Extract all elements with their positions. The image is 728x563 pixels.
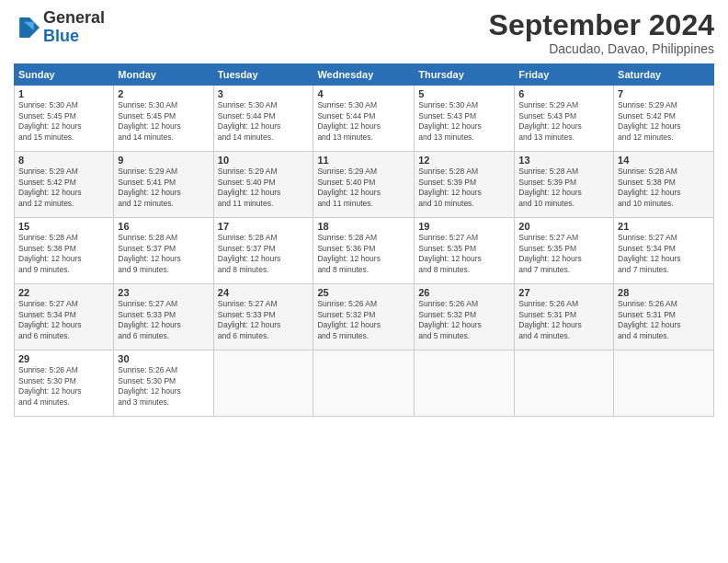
- day-info: Sunrise: 5:27 AM Sunset: 5:35 PM Dayligh…: [418, 233, 510, 275]
- table-row: 10Sunrise: 5:29 AM Sunset: 5:40 PM Dayli…: [213, 152, 313, 218]
- calendar-week-row: 1Sunrise: 5:30 AM Sunset: 5:45 PM Daylig…: [15, 86, 714, 152]
- day-info: Sunrise: 5:28 AM Sunset: 5:38 PM Dayligh…: [18, 233, 109, 275]
- day-number: 9: [118, 155, 209, 166]
- day-info: Sunrise: 5:29 AM Sunset: 5:42 PM Dayligh…: [18, 167, 109, 209]
- day-number: 18: [317, 221, 410, 232]
- logo: General Blue: [14, 9, 105, 46]
- table-row: 29Sunrise: 5:26 AM Sunset: 5:30 PM Dayli…: [15, 350, 114, 417]
- day-info: Sunrise: 5:26 AM Sunset: 5:30 PM Dayligh…: [18, 365, 109, 408]
- table-row: 16Sunrise: 5:28 AM Sunset: 5:37 PM Dayli…: [114, 218, 213, 284]
- day-number: 29: [18, 353, 109, 364]
- day-info: Sunrise: 5:27 AM Sunset: 5:33 PM Dayligh…: [218, 299, 310, 341]
- header-thursday: Thursday: [415, 64, 515, 86]
- table-row: [313, 350, 415, 417]
- table-row: 1Sunrise: 5:30 AM Sunset: 5:45 PM Daylig…: [15, 86, 114, 152]
- logo-icon: [14, 15, 40, 40]
- location-title: Dacudao, Davao, Philippines: [489, 41, 714, 56]
- header: General Blue September 2024 Dacudao, Dav…: [14, 9, 714, 56]
- day-info: Sunrise: 5:30 AM Sunset: 5:45 PM Dayligh…: [118, 100, 209, 143]
- table-row: [213, 350, 313, 417]
- calendar-week-row: 22Sunrise: 5:27 AM Sunset: 5:34 PM Dayli…: [15, 284, 714, 350]
- calendar-table: Sunday Monday Tuesday Wednesday Thursday…: [14, 63, 714, 417]
- day-info: Sunrise: 5:27 AM Sunset: 5:35 PM Dayligh…: [518, 233, 609, 275]
- header-tuesday: Tuesday: [213, 64, 313, 86]
- day-number: 19: [418, 221, 510, 232]
- day-info: Sunrise: 5:30 AM Sunset: 5:43 PM Dayligh…: [418, 100, 510, 143]
- day-number: 27: [518, 287, 609, 298]
- day-info: Sunrise: 5:29 AM Sunset: 5:43 PM Dayligh…: [518, 100, 609, 143]
- day-info: Sunrise: 5:30 AM Sunset: 5:45 PM Dayligh…: [18, 100, 109, 143]
- month-title: September 2024: [489, 9, 714, 41]
- header-saturday: Saturday: [614, 64, 714, 86]
- day-number: 15: [18, 221, 109, 232]
- table-row: 27Sunrise: 5:26 AM Sunset: 5:31 PM Dayli…: [515, 284, 614, 350]
- day-number: 10: [218, 155, 310, 166]
- calendar-week-row: 15Sunrise: 5:28 AM Sunset: 5:38 PM Dayli…: [15, 218, 714, 284]
- table-row: 12Sunrise: 5:28 AM Sunset: 5:39 PM Dayli…: [415, 152, 515, 218]
- day-info: Sunrise: 5:29 AM Sunset: 5:40 PM Dayligh…: [317, 167, 410, 209]
- day-info: Sunrise: 5:27 AM Sunset: 5:34 PM Dayligh…: [618, 233, 710, 275]
- table-row: [614, 350, 714, 417]
- table-row: 7Sunrise: 5:29 AM Sunset: 5:42 PM Daylig…: [614, 86, 714, 152]
- day-info: Sunrise: 5:28 AM Sunset: 5:36 PM Dayligh…: [317, 233, 410, 275]
- table-row: 30Sunrise: 5:26 AM Sunset: 5:30 PM Dayli…: [114, 350, 213, 417]
- day-info: Sunrise: 5:28 AM Sunset: 5:39 PM Dayligh…: [418, 167, 510, 209]
- day-info: Sunrise: 5:28 AM Sunset: 5:37 PM Dayligh…: [218, 233, 310, 275]
- table-row: 25Sunrise: 5:26 AM Sunset: 5:32 PM Dayli…: [313, 284, 415, 350]
- page: General Blue September 2024 Dacudao, Dav…: [0, 0, 728, 563]
- table-row: 8Sunrise: 5:29 AM Sunset: 5:42 PM Daylig…: [15, 152, 114, 218]
- table-row: 23Sunrise: 5:27 AM Sunset: 5:33 PM Dayli…: [114, 284, 213, 350]
- day-number: 24: [218, 287, 310, 298]
- day-number: 12: [418, 155, 510, 166]
- day-number: 14: [618, 155, 710, 166]
- day-info: Sunrise: 5:28 AM Sunset: 5:37 PM Dayligh…: [118, 233, 209, 275]
- day-info: Sunrise: 5:28 AM Sunset: 5:38 PM Dayligh…: [618, 167, 710, 209]
- header-friday: Friday: [515, 64, 614, 86]
- table-row: 9Sunrise: 5:29 AM Sunset: 5:41 PM Daylig…: [114, 152, 213, 218]
- day-number: 25: [317, 287, 410, 298]
- logo-text: General Blue: [43, 9, 105, 46]
- table-row: 24Sunrise: 5:27 AM Sunset: 5:33 PM Dayli…: [213, 284, 313, 350]
- day-info: Sunrise: 5:26 AM Sunset: 5:32 PM Dayligh…: [317, 299, 410, 341]
- day-number: 30: [118, 353, 209, 364]
- day-info: Sunrise: 5:29 AM Sunset: 5:41 PM Dayligh…: [118, 167, 209, 209]
- title-section: September 2024 Dacudao, Davao, Philippin…: [489, 9, 714, 56]
- day-info: Sunrise: 5:30 AM Sunset: 5:44 PM Dayligh…: [218, 100, 310, 143]
- header-monday: Monday: [114, 64, 213, 86]
- day-info: Sunrise: 5:30 AM Sunset: 5:44 PM Dayligh…: [317, 100, 410, 143]
- day-number: 21: [618, 221, 710, 232]
- day-info: Sunrise: 5:26 AM Sunset: 5:31 PM Dayligh…: [518, 299, 609, 341]
- day-number: 20: [518, 221, 609, 232]
- day-number: 23: [118, 287, 209, 298]
- day-info: Sunrise: 5:26 AM Sunset: 5:32 PM Dayligh…: [418, 299, 510, 341]
- day-info: Sunrise: 5:27 AM Sunset: 5:33 PM Dayligh…: [118, 299, 209, 341]
- day-number: 13: [518, 155, 609, 166]
- logo-line2: Blue: [43, 28, 105, 46]
- day-number: 2: [118, 88, 209, 99]
- day-number: 7: [618, 88, 710, 99]
- table-row: 15Sunrise: 5:28 AM Sunset: 5:38 PM Dayli…: [15, 218, 114, 284]
- table-row: 3Sunrise: 5:30 AM Sunset: 5:44 PM Daylig…: [213, 86, 313, 152]
- table-row: 5Sunrise: 5:30 AM Sunset: 5:43 PM Daylig…: [415, 86, 515, 152]
- table-row: 18Sunrise: 5:28 AM Sunset: 5:36 PM Dayli…: [313, 218, 415, 284]
- table-row: 13Sunrise: 5:28 AM Sunset: 5:39 PM Dayli…: [515, 152, 614, 218]
- day-number: 16: [118, 221, 209, 232]
- day-number: 3: [218, 88, 310, 99]
- table-row: [415, 350, 515, 417]
- day-number: 17: [218, 221, 310, 232]
- calendar-week-row: 8Sunrise: 5:29 AM Sunset: 5:42 PM Daylig…: [15, 152, 714, 218]
- table-row: 20Sunrise: 5:27 AM Sunset: 5:35 PM Dayli…: [515, 218, 614, 284]
- day-number: 5: [418, 88, 510, 99]
- table-row: 4Sunrise: 5:30 AM Sunset: 5:44 PM Daylig…: [313, 86, 415, 152]
- table-row: 17Sunrise: 5:28 AM Sunset: 5:37 PM Dayli…: [213, 218, 313, 284]
- svg-marker-1: [19, 17, 29, 38]
- table-row: 28Sunrise: 5:26 AM Sunset: 5:31 PM Dayli…: [614, 284, 714, 350]
- day-number: 26: [418, 287, 510, 298]
- day-info: Sunrise: 5:28 AM Sunset: 5:39 PM Dayligh…: [518, 167, 609, 209]
- header-sunday: Sunday: [15, 64, 114, 86]
- table-row: 26Sunrise: 5:26 AM Sunset: 5:32 PM Dayli…: [415, 284, 515, 350]
- day-info: Sunrise: 5:26 AM Sunset: 5:30 PM Dayligh…: [118, 365, 209, 408]
- table-row: 22Sunrise: 5:27 AM Sunset: 5:34 PM Dayli…: [15, 284, 114, 350]
- calendar-week-row: 29Sunrise: 5:26 AM Sunset: 5:30 PM Dayli…: [15, 350, 714, 417]
- table-row: 2Sunrise: 5:30 AM Sunset: 5:45 PM Daylig…: [114, 86, 213, 152]
